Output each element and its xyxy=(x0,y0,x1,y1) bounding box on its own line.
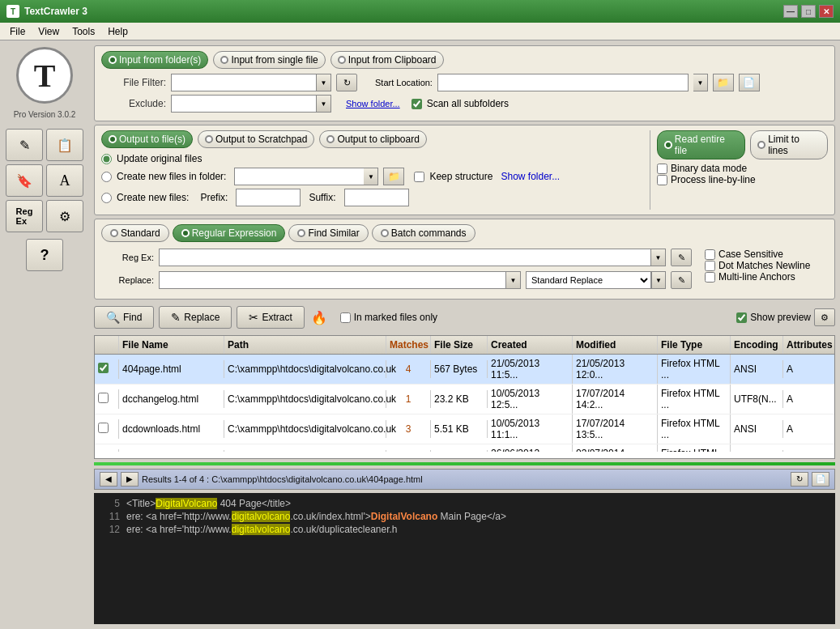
col-header-created[interactable]: Created xyxy=(488,336,573,354)
col-header-size[interactable]: File Size xyxy=(431,336,488,354)
replace-input-wrap: ▼ xyxy=(159,271,521,289)
new-folder-select[interactable] xyxy=(234,168,364,185)
multiline-check[interactable] xyxy=(705,272,715,283)
show-preview-check[interactable] xyxy=(736,312,747,323)
edit-button[interactable]: ✎ xyxy=(6,129,43,161)
dot-newline-label: Dot Matches Newline xyxy=(718,260,810,271)
table-row[interactable]: dcinstalled.html C:\xammpp\htdocs\digita… xyxy=(95,444,834,452)
exclude-input[interactable] xyxy=(171,95,317,113)
input-type-row: Input from folder(s) Input from single f… xyxy=(101,51,828,69)
file-filter-arrow[interactable]: ▼ xyxy=(317,74,331,91)
case-sensitive-check[interactable] xyxy=(705,249,715,260)
file-list-container: File Name Path Matches File Size Created… xyxy=(94,335,835,459)
col-header-encoding[interactable]: Encoding xyxy=(731,336,783,354)
file-filter-input[interactable]: *.htm;*.css;*.js;*.jsp;*.php;*asp xyxy=(171,74,317,91)
col-header-modified[interactable]: Modified xyxy=(573,336,658,354)
minimize-button[interactable]: — xyxy=(783,5,798,18)
row-attrs: A xyxy=(783,420,832,438)
tab-batch[interactable]: Batch commands xyxy=(372,224,475,242)
col-header-name[interactable]: File Name xyxy=(119,336,224,354)
prev-result-btn[interactable]: ◀ xyxy=(100,472,117,487)
menu-tools[interactable]: Tools xyxy=(66,24,101,39)
limit-lines-radio[interactable]: Limit to lines xyxy=(750,130,828,159)
extract-label: Extract xyxy=(262,312,292,323)
input-clipboard-radio[interactable]: Input from Clipboard xyxy=(330,51,444,69)
row-check[interactable] xyxy=(95,419,119,439)
search-panel: Standard Regular Expression Find Similar… xyxy=(94,219,835,300)
output-panel: Output to file(s) Output to Scratchpad O… xyxy=(94,125,835,215)
output-scratchpad-radio[interactable]: Output to Scratchpad xyxy=(198,130,314,148)
folder-extra-btn[interactable]: 📄 xyxy=(739,74,760,91)
next-result-btn[interactable]: ▶ xyxy=(121,472,139,487)
input-single-radio[interactable]: Input from single file xyxy=(213,51,325,69)
settings-button[interactable]: ⚙ xyxy=(46,200,83,232)
output-files-radio[interactable]: Output to file(s) xyxy=(101,130,193,148)
regex-button[interactable]: RegEx xyxy=(6,200,43,232)
suffix-input[interactable] xyxy=(344,189,409,206)
dot-newline-check[interactable] xyxy=(705,261,715,271)
show-folder-link[interactable]: Show folder... xyxy=(346,98,400,109)
create-folder-radio[interactable] xyxy=(101,172,112,182)
location-arrow[interactable]: ▼ xyxy=(693,74,708,91)
scan-all-checkbox[interactable] xyxy=(411,99,422,109)
row-check[interactable] xyxy=(95,389,119,409)
extract-button[interactable]: ✂ Extract xyxy=(237,306,304,329)
flame-icon: 🔥 xyxy=(311,310,327,325)
output-clipboard-radio[interactable]: Output to clipboard xyxy=(319,130,426,148)
process-line-label: Process line-by-line xyxy=(671,174,756,185)
start-location-input[interactable]: C:\xammpp\htdocs\digitalvolcano.co.uk xyxy=(437,74,689,91)
binary-mode-row: Binary data mode xyxy=(657,163,828,174)
menu-help[interactable]: Help xyxy=(101,24,134,39)
new-folder-browse[interactable]: 📁 xyxy=(383,168,404,185)
replace-type-select[interactable]: Standard Replace xyxy=(526,271,651,289)
replace-button[interactable]: ✎ Replace xyxy=(159,306,232,329)
row-check[interactable] xyxy=(95,359,119,379)
table-row[interactable]: 404page.html C:\xammpp\htdocs\digitalvol… xyxy=(95,355,834,385)
copy-button[interactable]: 📋 xyxy=(46,129,83,161)
file-list-scroll[interactable]: 404page.html C:\xammpp\htdocs\digitalvol… xyxy=(95,355,834,452)
browse-folder-btn[interactable]: 📁 xyxy=(713,74,734,91)
regex-input[interactable]: digitalvolcano xyxy=(159,249,651,266)
keep-structure-check[interactable] xyxy=(414,172,424,182)
menu-view[interactable]: View xyxy=(32,24,66,39)
font-button[interactable]: A xyxy=(46,164,83,197)
binary-mode-check[interactable] xyxy=(657,164,667,174)
marked-files-check[interactable] xyxy=(340,312,351,323)
find-button[interactable]: 🔍 Find xyxy=(94,306,154,329)
show-folder-link2[interactable]: Show folder... xyxy=(501,171,560,182)
maximize-button[interactable]: □ xyxy=(801,5,816,18)
exclude-arrow[interactable]: ▼ xyxy=(317,95,331,113)
help-button[interactable]: ? xyxy=(26,239,63,271)
col-header-matches[interactable]: Matches xyxy=(386,336,431,354)
tab-similar[interactable]: Find Similar xyxy=(288,224,368,242)
regex-label: Reg Ex: xyxy=(101,253,154,262)
col-header-attrs[interactable]: Attributes xyxy=(783,336,832,354)
table-row[interactable]: dcchangelog.html C:\xammpp\htdocs\digita… xyxy=(95,385,834,414)
col-header-path[interactable]: Path xyxy=(224,336,386,354)
replace-arrow[interactable]: ▼ xyxy=(506,271,521,289)
menu-file[interactable]: File xyxy=(3,24,32,39)
read-entire-radio[interactable]: Read entire file xyxy=(657,130,745,159)
replace-edit-btn[interactable]: ✎ xyxy=(671,271,692,289)
regex-arrow[interactable]: ▼ xyxy=(651,249,666,266)
create-files-radio[interactable] xyxy=(101,193,112,203)
preview-settings-btn[interactable]: ⚙ xyxy=(814,308,835,326)
row-check[interactable] xyxy=(95,449,119,452)
file-filter-refresh-btn[interactable]: ↻ xyxy=(336,74,357,91)
table-row[interactable]: dcdownloads.html C:\xammpp\htdocs\digita… xyxy=(95,414,834,444)
col-header-type[interactable]: File Type xyxy=(658,336,731,354)
new-folder-arrow[interactable]: ▼ xyxy=(364,168,378,185)
prefix-input[interactable] xyxy=(236,189,301,206)
replace-input[interactable] xyxy=(159,271,506,289)
tab-regex[interactable]: Regular Expression xyxy=(173,224,286,242)
tab-standard[interactable]: Standard xyxy=(101,224,169,242)
copy-result-btn[interactable]: ↻ xyxy=(791,472,808,487)
bookmark-button[interactable]: 🔖 xyxy=(6,164,43,197)
close-button[interactable]: ✕ xyxy=(819,5,834,18)
update-original-radio[interactable] xyxy=(101,154,112,164)
export-result-btn[interactable]: 📄 xyxy=(812,472,829,487)
regex-edit-btn[interactable]: ✎ xyxy=(671,249,692,266)
process-line-check[interactable] xyxy=(657,175,667,185)
input-folder-radio[interactable]: Input from folder(s) xyxy=(101,51,208,69)
replace-type-arrow[interactable]: ▼ xyxy=(651,271,666,289)
